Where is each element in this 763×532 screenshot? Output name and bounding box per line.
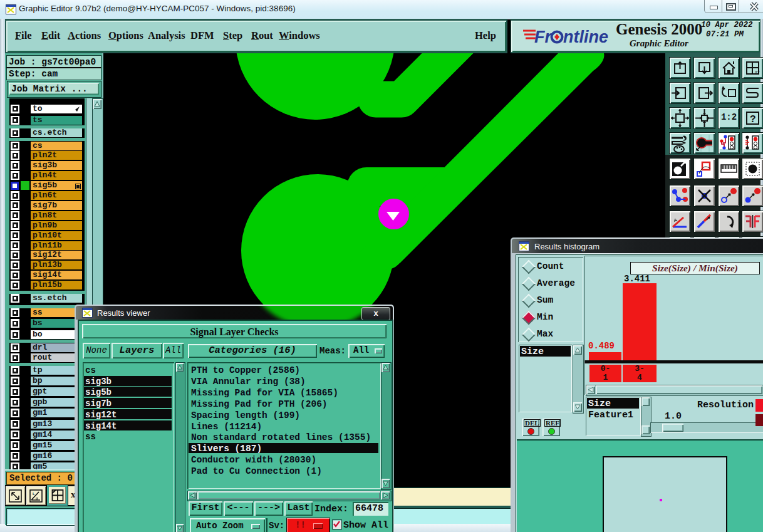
svg-text:?: ? xyxy=(750,114,756,125)
svg-text:XY: XY xyxy=(755,70,760,74)
svg-text:Fr: Fr xyxy=(534,28,552,46)
svg-text:L: L xyxy=(33,492,35,496)
svg-text:α: α xyxy=(36,496,38,500)
svg-text:ntline: ntline xyxy=(563,28,608,46)
